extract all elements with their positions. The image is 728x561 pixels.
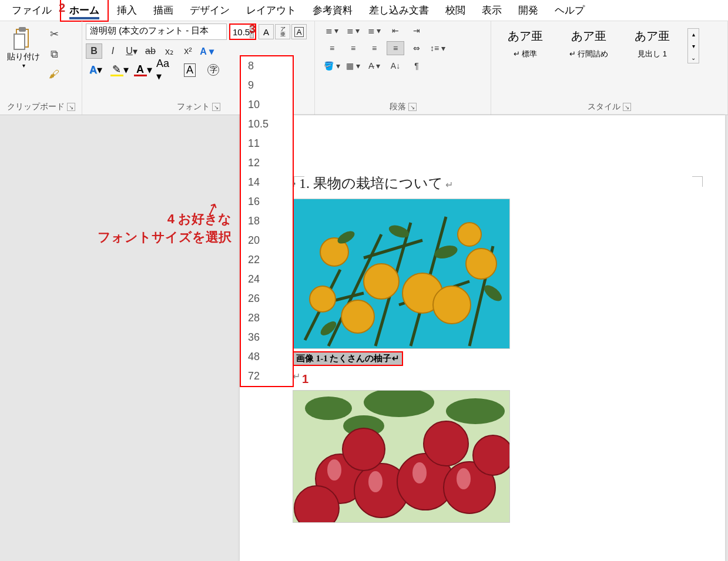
image-apples[interactable]	[293, 390, 510, 523]
styles-group-label: スタイル	[588, 102, 620, 112]
page-margin-mark-left	[294, 176, 304, 187]
style-normal[interactable]: あア亜 ↵ 標準	[497, 28, 553, 59]
size-option[interactable]: 72	[241, 367, 293, 386]
align-right-button[interactable]: ≡	[365, 41, 383, 55]
char-border-button[interactable]: A	[291, 24, 307, 39]
format-painter-button[interactable]: 🖌	[46, 66, 62, 82]
styles-dialog-launcher[interactable]: ↘	[623, 103, 631, 111]
highlight-button[interactable]: ✎ ▾	[109, 62, 129, 78]
doc-heading[interactable]: 1. 果物の栽培について	[293, 174, 702, 193]
menu-layout[interactable]: レイアウト	[238, 0, 304, 21]
menu-review[interactable]: 校閲	[437, 0, 474, 21]
borders-button[interactable]: ▦ ▾	[344, 59, 362, 73]
size-option[interactable]: 20	[241, 231, 293, 250]
group-styles: あア亜 ↵ 標準 あア亜 ↵ 行間詰め あア亜 見出し 1 ▴▾⌄ スタイル ↘	[491, 21, 728, 115]
line-spacing-button[interactable]: ↕≡ ▾	[429, 41, 447, 55]
svg-point-29	[473, 435, 510, 475]
font-size-dropdown: 8 9 10 10.5 11 12 14 16 18 20 22 24 26 2…	[240, 55, 294, 387]
clipboard-dialog-launcher[interactable]: ↘	[67, 103, 75, 111]
size-option[interactable]: 18	[241, 211, 293, 231]
size-option[interactable]: 9	[241, 76, 293, 95]
text-outline-button[interactable]: A ▾	[86, 62, 106, 78]
phonetic-guide-button[interactable]: ア亜	[275, 24, 290, 39]
document-page[interactable]: 1. 果物の栽培について	[240, 115, 725, 561]
svg-point-18	[305, 397, 352, 420]
size-option[interactable]: 12	[241, 153, 293, 173]
size-option[interactable]: 36	[241, 328, 293, 347]
copy-button[interactable]: ⧉	[46, 46, 62, 62]
size-option[interactable]: 10.5	[241, 115, 293, 134]
menu-draw[interactable]: 描画	[145, 0, 182, 21]
menu-mailings[interactable]: 差し込み文書	[361, 0, 437, 21]
size-option[interactable]: 14	[241, 173, 293, 192]
menu-home[interactable]: ホーム	[60, 0, 109, 22]
shading-button[interactable]: 🪣 ▾	[323, 59, 341, 73]
annotation-number-1: 1	[302, 372, 308, 386]
svg-point-11	[310, 286, 336, 312]
svg-point-10	[458, 223, 481, 246]
text-effects-button[interactable]: A ▾	[199, 43, 215, 59]
cut-button[interactable]: ✂	[46, 26, 62, 42]
font-color-button[interactable]: A ▾	[133, 62, 153, 78]
strikethrough-button[interactable]: ab	[142, 43, 159, 59]
svg-rect-1	[19, 27, 26, 32]
menu-developer[interactable]: 開発	[510, 0, 546, 21]
paragraph-dialog-launcher[interactable]: ↘	[408, 103, 417, 111]
superscript-button[interactable]: x²	[180, 43, 196, 59]
menu-help[interactable]: ヘルプ	[546, 0, 593, 21]
menu-design[interactable]: デザイン	[182, 0, 238, 21]
svg-point-32	[412, 462, 427, 483]
svg-point-33	[457, 468, 471, 489]
font-size-value: 10.5	[233, 27, 250, 37]
size-option[interactable]: 16	[241, 192, 293, 211]
multilevel-list-button[interactable]: ≣ ▾	[365, 23, 383, 38]
char-shading-button[interactable]: A	[180, 62, 200, 78]
image-caption-selected[interactable]: 画像 1-1 たくさんの柚子↵	[293, 351, 403, 366]
grow-font-button[interactable]: A	[259, 24, 274, 39]
style-gallery-scroll[interactable]: ▴▾⌄	[687, 28, 699, 63]
menu-insert[interactable]: 挿入	[109, 0, 145, 21]
change-case-button[interactable]: Aa ▾	[156, 62, 176, 78]
show-marks-button[interactable]: ¶	[408, 59, 425, 73]
size-option[interactable]: 8	[241, 56, 293, 76]
distribute-button[interactable]: ⇔	[408, 41, 425, 55]
svg-point-5	[364, 264, 399, 299]
size-option[interactable]: 26	[241, 289, 293, 308]
align-left-button[interactable]: ≡	[323, 41, 341, 55]
sort-button[interactable]: A↓	[387, 59, 404, 73]
size-option[interactable]: 48	[241, 347, 293, 367]
svg-rect-2	[14, 34, 25, 49]
size-option[interactable]: 22	[241, 250, 293, 270]
italic-button[interactable]: I	[105, 43, 121, 59]
clipboard-group-label: クリップボード	[7, 102, 65, 112]
menu-file[interactable]: ファイル	[4, 0, 60, 21]
bold-button[interactable]: B	[86, 43, 102, 59]
clear-formatting-button[interactable]: A̶ ▾	[365, 59, 383, 73]
size-option[interactable]: 24	[241, 270, 293, 289]
annotation-number-2: 2	[59, 1, 65, 15]
size-option[interactable]: 10	[241, 95, 293, 115]
style-heading1[interactable]: あア亜 見出し 1	[624, 28, 680, 59]
clipboard-icon	[13, 26, 34, 52]
menu-references[interactable]: 参考資料	[304, 0, 361, 21]
size-option[interactable]: 11	[241, 134, 293, 153]
decrease-indent-button[interactable]: ⇤	[387, 23, 404, 38]
size-option[interactable]: 28	[241, 308, 293, 328]
font-name-combo[interactable]: 游明朝 (本文のフォント - 日本	[86, 23, 227, 40]
menu-view[interactable]: 表示	[474, 0, 510, 21]
justify-button[interactable]: ≡	[387, 41, 404, 55]
style-nospacing[interactable]: あア亜 ↵ 行間詰め	[561, 28, 617, 59]
font-dialog-launcher[interactable]: ↘	[212, 103, 220, 111]
paragraph-mark: ↵	[293, 371, 702, 382]
increase-indent-button[interactable]: ⇥	[408, 23, 425, 38]
bullets-button[interactable]: ≣ ▾	[323, 23, 341, 38]
enclosed-char-button[interactable]: 字	[203, 62, 223, 78]
subscript-button[interactable]: x₂	[161, 43, 177, 59]
paragraph-group-label: 段落	[390, 102, 406, 112]
image-yuzu[interactable]	[293, 199, 510, 349]
underline-button[interactable]: U ▾	[123, 43, 140, 59]
numbering-button[interactable]: ≣ ▾	[344, 23, 362, 38]
align-center-button[interactable]: ≡	[344, 41, 362, 55]
ribbon: 貼り付け ▾ ✂ ⧉ 🖌 クリップボード ↘ 游明朝 (本文のフォント - 日本…	[0, 21, 728, 115]
paste-button[interactable]: 貼り付け ▾	[4, 23, 43, 71]
